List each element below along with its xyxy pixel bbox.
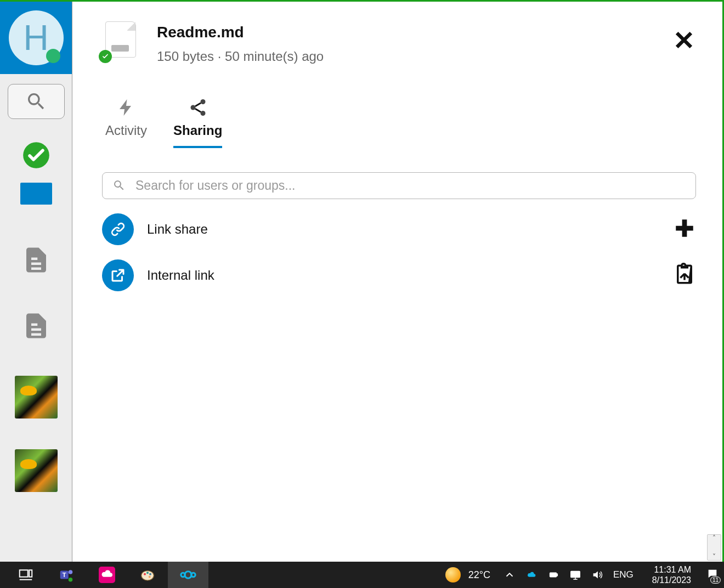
clock-date: 8/11/2023 [652,575,691,585]
notification-count: 11 [710,576,721,584]
clipboard-icon [673,263,696,286]
task-view-button[interactable] [5,562,46,588]
display-tray-icon[interactable] [569,569,581,581]
action-center-button[interactable]: 11 [706,568,719,583]
nextcloud-icon [180,567,196,583]
svg-point-15 [149,576,151,578]
taskbar-clock[interactable]: 11:31 AM 8/11/2023 [652,564,691,585]
account-avatar[interactable]: H [0,2,72,74]
svg-point-13 [146,572,149,574]
taskbar-app-paint[interactable] [127,562,168,588]
tab-activity-label: Activity [105,123,147,138]
link-share-label: Link share [147,222,660,237]
speaker-tray-icon[interactable] [591,569,603,581]
svg-point-17 [181,573,185,577]
plus-icon [673,217,696,240]
temperature-label: 22°C [468,569,490,581]
power-tray-icon[interactable] [547,569,559,581]
synced-badge-icon [99,50,112,63]
svg-point-3 [200,111,205,116]
document-icon [21,309,51,343]
svg-rect-19 [550,573,557,576]
sidebar-selected-item[interactable] [20,183,52,205]
taskbar-app-teams[interactable]: T [46,562,87,588]
link-icon [102,213,134,245]
svg-point-18 [191,573,196,577]
task-view-icon [18,567,34,583]
status-online-dot [46,49,60,63]
search-icon [112,179,126,192]
clock-time: 11:31 AM [652,564,691,575]
scroll-down-icon[interactable]: ˅ [712,553,716,560]
paint-icon [139,567,156,583]
internal-link-label: Internal link [147,268,660,283]
svg-point-9 [69,578,73,582]
sidebar-image-thumb-2[interactable] [15,449,58,492]
sidebar-image-thumb-1[interactable] [15,376,58,419]
svg-point-12 [144,573,146,575]
tray-chevron-up-icon[interactable] [504,569,516,581]
tab-sharing-label: Sharing [173,123,222,138]
copy-internal-link-button[interactable] [673,263,696,288]
windows-taskbar: T 22°C ENG 11:31 AM 8/11/2023 11 [0,562,724,588]
teams-icon: T [58,567,75,583]
svg-point-14 [149,573,151,575]
sidebar: H [0,2,72,562]
taskbar-app-cloud[interactable] [87,562,127,588]
system-tray: ENG 11:31 AM 8/11/2023 11 [504,564,719,585]
tab-sharing[interactable]: Sharing [173,98,222,148]
sidebar-file-item-1[interactable] [0,243,72,277]
tab-activity[interactable]: Activity [105,98,147,148]
external-link-icon [102,259,134,291]
sync-all-ok-icon[interactable] [0,141,72,169]
share-icon [188,98,208,117]
sun-icon [445,567,461,583]
share-search-field[interactable] [102,172,696,199]
sidebar-search-button[interactable] [8,84,65,119]
tab-bar: Activity Sharing [102,98,696,148]
document-icon [21,243,51,277]
svg-rect-5 [29,570,32,577]
sidebar-file-item-2[interactable] [0,309,72,343]
close-button[interactable] [672,28,696,54]
link-share-row: Link share [102,213,696,245]
svg-rect-4 [20,570,28,577]
svg-point-2 [190,105,195,110]
internal-link-row: Internal link [102,259,696,291]
avatar-initial: H [23,18,48,58]
details-panel: Readme.md 150 bytes · 50 minute(s) ago A… [72,2,722,562]
taskbar-app-nextcloud[interactable] [168,562,208,588]
add-link-share-button[interactable] [673,217,696,242]
scroll-up-icon[interactable]: ˄ [712,535,716,541]
file-type-icon [102,21,142,61]
lightning-icon [116,98,136,117]
file-name: Readme.md [157,21,696,43]
cloud-app-icon [99,567,115,583]
share-search-input[interactable] [135,178,686,193]
language-indicator[interactable]: ENG [613,569,634,580]
svg-point-1 [200,99,205,104]
file-header: Readme.md 150 bytes · 50 minute(s) ago [102,21,696,66]
search-icon [25,91,47,112]
app-window: H Readme.md [0,0,724,562]
onedrive-tray-icon[interactable] [525,569,538,581]
svg-rect-20 [571,572,580,578]
svg-point-8 [69,570,73,574]
svg-text:T: T [63,572,66,578]
close-icon [672,28,696,52]
taskbar-weather[interactable]: 22°C [445,567,490,583]
scrollbar-buttons[interactable]: ˄ ˅ [707,534,721,561]
file-meta: 150 bytes · 50 minute(s) ago [157,47,696,66]
